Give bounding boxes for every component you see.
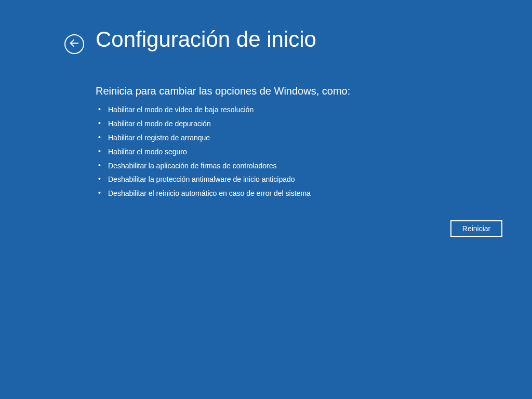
list-item: Habilitar el modo de vídeo de baja resol… bbox=[96, 105, 311, 115]
list-item: Habilitar el modo seguro bbox=[96, 147, 311, 157]
page-title: Configuración de inicio bbox=[96, 27, 316, 52]
startup-options-list: Habilitar el modo de vídeo de baja resol… bbox=[96, 105, 311, 203]
back-button[interactable] bbox=[64, 34, 84, 54]
subtitle-text: Reinicia para cambiar las opciones de Wi… bbox=[96, 85, 350, 97]
list-item: Deshabilitar el reinicio automático en c… bbox=[96, 189, 311, 198]
list-item: Habilitar el registro de arranque bbox=[96, 133, 311, 143]
list-item: Deshabilitar la protección antimalware d… bbox=[96, 175, 311, 184]
arrow-left-icon bbox=[69, 37, 80, 51]
list-item: Deshabilitar la aplicación de firmas de … bbox=[96, 161, 311, 171]
restart-button[interactable]: Reiniciar bbox=[450, 220, 502, 237]
list-item: Habilitar el modo de depuración bbox=[96, 119, 311, 129]
